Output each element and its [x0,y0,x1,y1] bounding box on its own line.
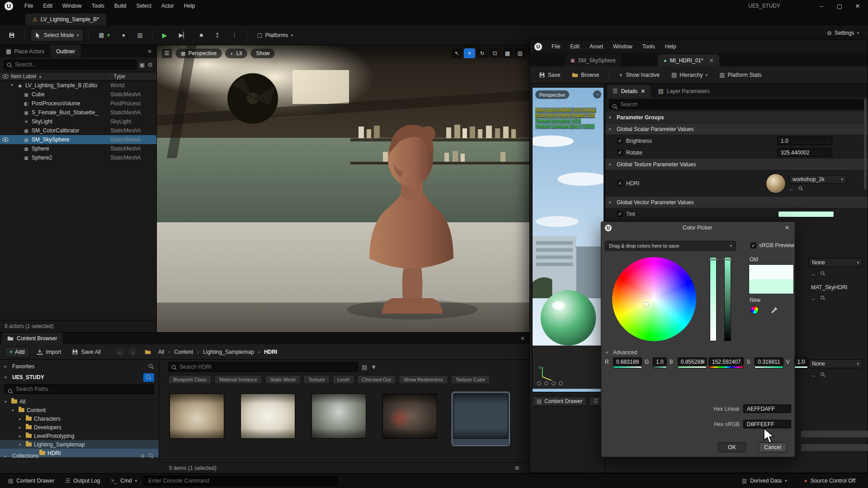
preview-dot-icon[interactable] [544,381,548,385]
tab-layer-parameters[interactable]: ▤ Layer Parameters [652,85,715,97]
folder-tree-row[interactable]: ▾ All [0,397,159,406]
outliner-row[interactable]: ◧ PostProcessVolume PostProcess [0,99,156,108]
maximize-icon[interactable]: ▢ [835,3,844,9]
tab-content-browser[interactable]: Content Browser [2,333,62,344]
choose-path-folder-icon[interactable] [141,347,155,357]
outliner-search-input[interactable] [4,60,137,70]
console-command-input[interactable] [143,476,338,486]
slider-marker[interactable] [723,259,732,260]
channel-gradient-bar[interactable] [653,366,667,368]
path-filter-toggle[interactable] [143,373,154,382]
level-tab[interactable]: ⚠ LV_Lighting_Sample_B* [25,14,106,25]
hdri-texture-thumbnail[interactable] [766,174,786,193]
asset-thumbnail[interactable] [239,392,297,446]
grid-snap-icon[interactable]: ▦ [502,48,513,58]
advanced-toggle[interactable]: ▾ Advanced [606,349,637,356]
menu-item[interactable]: Help [179,0,200,12]
filter-funnel-icon[interactable]: ▼ [371,364,377,371]
settings-dropdown[interactable]: ⚙ Settings ▾ [822,28,863,38]
outliner-row[interactable]: ▦ SM_ColorCalibrator StaticMeshA [0,126,156,135]
show-dropdown[interactable]: Show [250,48,275,58]
search-icon[interactable] [148,363,154,370]
menu-item[interactable]: Edit [565,41,585,52]
hex-linear-input[interactable]: AEFFDAFF [743,404,791,413]
lit-dropdown[interactable]: ◐ Lit [225,48,247,58]
color-wheel[interactable] [612,257,696,341]
menu-item[interactable]: File [19,0,38,12]
channel-value[interactable]: 0.316811 [755,357,783,366]
folder-tree-row[interactable]: ▸ LevelPrototyping [0,432,159,440]
visibility-column-eye-icon[interactable] [0,73,11,80]
tint-checkbox[interactable]: ✓ [617,211,623,217]
asset-search-input[interactable] [168,362,358,372]
brightness-checkbox[interactable]: ✓ [617,138,623,144]
channel-slider[interactable]: 0.683189 [613,357,642,370]
saved-colors-dropdown[interactable]: Drag & drop colors here to save ▾ [605,241,736,251]
use-selected-asset-icon[interactable]: ← [789,186,794,192]
preview-dot-icon[interactable] [559,381,563,385]
details-scrollbar[interactable] [864,99,867,189]
channel-value[interactable]: 1.0 [794,357,808,366]
save-search-icon[interactable]: ▤ [362,364,367,371]
tree-chevron-icon[interactable]: ▸ [19,425,24,430]
color-wheel-cursor[interactable] [644,302,648,306]
collections-row[interactable]: ▸ Collections ⊕ [0,450,159,461]
filter-chip[interactable]: Texture [303,375,330,384]
filter-chip[interactable]: Blueprint Class [168,375,212,384]
tree-chevron-icon[interactable]: ▸ [19,417,24,421]
outliner-row[interactable]: ▦ Cube StaticMeshA [0,90,156,99]
rotate-checkbox[interactable]: ✓ [617,150,623,155]
item-label-column[interactable]: Item Label ▲ [11,73,110,80]
blueprints-button[interactable]: ● [118,29,130,42]
tree-chevron-icon[interactable]: ▾ [5,399,9,404]
srgb-checkbox[interactable]: ✓ [750,243,756,249]
frame-skip-button[interactable]: ▶▏ [175,29,192,42]
rotate-value-input[interactable]: 325.440002 [777,148,832,157]
outliner-row[interactable]: ▦ S_Female_Bust_Statuette_ StaticMeshA [0,108,156,117]
channel-slider[interactable]: 1.0 [794,357,808,370]
history-back-icon[interactable]: ← [116,347,125,357]
eyedropper-icon[interactable] [770,306,778,314]
stop-button[interactable]: ■ [195,29,207,42]
menu-item[interactable]: Help [660,41,681,52]
preview-perspective-dropdown[interactable]: Perspective [535,90,569,99]
show-inactive-button[interactable]: ◐ Show Inactive [616,70,663,80]
level-viewport[interactable]: ☰ ▦ Perspective ◐ Lit Show ↖ + ↻ ⊡ ▦ ▥ [157,45,529,332]
favorites-row[interactable]: ▸ Favorites [0,361,159,372]
slider-marker[interactable] [708,259,718,260]
asset-thumbnail[interactable] [310,392,368,446]
saturation-slider[interactable] [710,257,717,341]
filter-chip[interactable]: Texture Cube [451,375,490,384]
minimize-icon[interactable]: – [817,3,826,9]
derived-data-dropdown[interactable]: ▥ Derived Data ▾ [737,475,792,486]
select-tool-icon[interactable]: ↖ [451,48,462,58]
filter-chip[interactable]: Material Instance [214,375,262,384]
channel-gradient-bar[interactable] [755,366,783,368]
content-drawer-button[interactable]: ▤ Content Drawer [532,396,587,406]
folder-tree-row[interactable]: ▸ Developers [0,423,159,432]
use-selected-asset-icon[interactable]: ← [811,295,816,301]
view-settings-gear-icon[interactable]: ⚙ [514,465,519,471]
viewport-menu-icon[interactable]: ☰ [161,48,172,58]
breadcrumb-item[interactable]: Lighting_Samplemap [193,349,254,355]
filter-chip[interactable]: Level [332,375,354,384]
save-asset-button[interactable]: Save [535,70,564,80]
move-tool-icon[interactable]: + [464,48,475,58]
tab-outliner[interactable]: Outliner [50,45,81,57]
hierarchy-dropdown[interactable]: ▤ Hierarchy ▾ [668,70,711,80]
asset-thumbnail[interactable] [168,392,226,446]
tab-sm-skysphere[interactable]: ▦ SM_SkySphere [565,54,621,66]
history-forward-icon[interactable]: → [128,347,137,357]
outliner-row[interactable]: ▦ Sphere StaticMeshA [0,144,156,153]
add-asset-button[interactable]: + Add [5,347,29,357]
view-options-icon[interactable]: ▣ [139,61,145,68]
play-button[interactable]: ▶ [158,29,171,42]
platform-stats-button[interactable]: ▥ Platform Stats [716,70,765,80]
folder-tree-row[interactable]: ▾ Lighting_Samplemap [0,440,159,449]
dialog-close-icon[interactable]: ✕ [783,225,791,231]
type-column[interactable]: Type [110,73,156,80]
outliner-row[interactable]: ☀ SkyLight SkyLight [0,117,156,126]
texture-group-row[interactable]: ▾ Global Texture Parameter Values [605,159,868,170]
parameter-groups-header[interactable]: ▾ Parameter Groups [605,112,868,123]
tree-chevron-icon[interactable]: ▾ [12,408,16,413]
